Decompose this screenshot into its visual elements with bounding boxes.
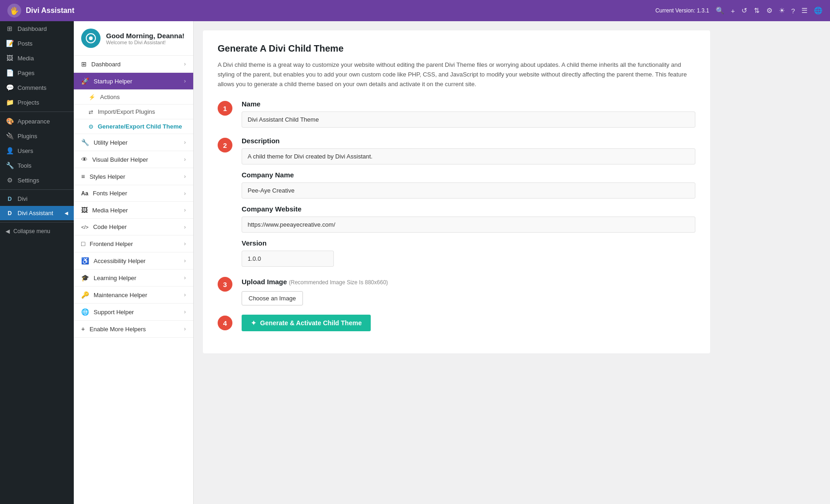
- plugin-menu-maintenance-helper[interactable]: 🔑 Maintenance Helper ›: [74, 287, 193, 304]
- sidebar-item-label: Dashboard: [18, 25, 47, 32]
- sidebar-item-settings[interactable]: ⚙ Settings: [0, 173, 74, 188]
- theme-icon[interactable]: ☀: [779, 6, 785, 15]
- divi-assistant-icon: D: [6, 210, 14, 217]
- version-label: Current Version: 1.3.1: [655, 7, 709, 14]
- sidebar-item-dashboard[interactable]: ⊞ Dashboard: [0, 21, 74, 36]
- help-icon[interactable]: ?: [791, 7, 795, 15]
- company-name-input[interactable]: [242, 182, 695, 199]
- sort-icon[interactable]: ⇅: [754, 6, 760, 15]
- choose-image-button[interactable]: Choose an Image: [242, 291, 303, 305]
- search-icon[interactable]: 🔍: [716, 6, 724, 15]
- divi-icon: D: [6, 196, 14, 202]
- menu-label: Support Helper: [94, 309, 134, 316]
- plugin-menu-visual-builder[interactable]: 👁 Visual Builder Helper ›: [74, 151, 193, 168]
- plugin-menu-enable-more[interactable]: + Enable More Helpers ›: [74, 321, 193, 338]
- top-right: Current Version: 1.3.1 🔍 + ↺ ⇅ ⚙ ☀ ? ☰ 🌐: [655, 6, 823, 15]
- sidebar-item-label: Projects: [18, 99, 39, 106]
- plugin-submenu-import-export[interactable]: ⇄ Import/Export Plugins: [74, 105, 193, 119]
- chevron-icon: ›: [184, 156, 186, 163]
- sidebar-item-media[interactable]: 🖼 Media: [0, 51, 74, 65]
- page-title: Generate A Divi Child Theme: [218, 43, 695, 54]
- menu-label: Startup Helper: [94, 78, 132, 85]
- version-label: Version: [242, 239, 695, 247]
- generate-section: ✦ Generate & Activate Child Theme: [242, 315, 695, 331]
- appearance-icon: 🎨: [6, 117, 14, 125]
- media-icon: 🖼: [81, 206, 88, 214]
- plugin-menu-media-helper[interactable]: 🖼 Media Helper ›: [74, 202, 193, 219]
- submenu-label: Import/Export Plugins: [98, 108, 155, 115]
- chevron-icon: ›: [184, 207, 186, 213]
- brand: 🖐 Divi Assistant: [7, 4, 74, 18]
- globe-icon[interactable]: 🌐: [814, 6, 823, 15]
- name-label: Name: [242, 100, 695, 108]
- sidebar-item-tools[interactable]: 🔧 Tools: [0, 158, 74, 173]
- plugin-menu-frontend-helper[interactable]: □ Frontend Helper ›: [74, 235, 193, 252]
- sidebar-item-label: Divi: [18, 195, 28, 202]
- plugin-menu-accessibility-helper[interactable]: ♿ Accessibility Helper ›: [74, 252, 193, 270]
- menu-label: Styles Helper: [89, 173, 125, 180]
- sidebar-item-posts[interactable]: 📝 Posts: [0, 36, 74, 51]
- sidebar-item-appearance[interactable]: 🎨 Appearance: [0, 114, 74, 129]
- sidebar-item-projects[interactable]: 📁 Projects: [0, 95, 74, 110]
- sidebar-item-label: Settings: [18, 177, 39, 184]
- choose-image-label: Choose an Image: [249, 295, 296, 302]
- support-icon: 🌐: [81, 308, 89, 316]
- plugin-menu-code-helper[interactable]: </> Code Helper ›: [74, 219, 193, 235]
- settings-icon: ⚙: [6, 176, 14, 184]
- plugin-menu-utility-helper[interactable]: 🔧 Utility Helper ›: [74, 134, 193, 151]
- sidebar-item-label: Divi Assistant: [18, 210, 53, 217]
- plugin-menu-dashboard[interactable]: ⊞ Dashboard ›: [74, 56, 193, 73]
- collapse-menu[interactable]: ◀ Collapse menu: [0, 224, 74, 238]
- plugin-menu-startup-helper[interactable]: 🚀 Startup Helper ›: [74, 73, 193, 90]
- sidebar-item-label: Comments: [18, 84, 47, 91]
- sidebar-item-plugins[interactable]: 🔌 Plugins: [0, 129, 74, 143]
- plugin-menu-styles-helper[interactable]: ≡ Styles Helper ›: [74, 168, 193, 185]
- sidebar-item-users[interactable]: 👤 Users: [0, 143, 74, 158]
- upload-sublabel: (Recommended Image Size Is 880x660): [289, 279, 388, 286]
- brand-icon: 🖐: [7, 4, 21, 18]
- posts-icon: 📝: [6, 40, 14, 47]
- sidebar-item-comments[interactable]: 💬 Comments: [0, 80, 74, 95]
- accessibility-icon: ♿: [81, 257, 89, 264]
- name-section: Name: [242, 100, 695, 128]
- generate-icon: ✦: [251, 319, 256, 327]
- version-input[interactable]: [242, 251, 334, 267]
- sidebar-item-divi[interactable]: D Divi: [0, 192, 74, 206]
- sidebar-item-divi-assistant[interactable]: D Divi Assistant ◀: [0, 206, 74, 220]
- form-row-upload: 3 Upload Image (Recommended Image Size I…: [218, 276, 695, 305]
- grid-icon[interactable]: ☰: [801, 6, 807, 15]
- description-input[interactable]: [242, 148, 695, 164]
- sidebar-item-label: Plugins: [18, 133, 37, 140]
- chevron-icon: ›: [184, 240, 186, 247]
- menu-label: Enable More Helpers: [89, 326, 146, 333]
- chevron-icon: ›: [184, 224, 186, 230]
- chevron-icon: ›: [184, 309, 186, 315]
- active-indicator: ◀: [65, 211, 68, 216]
- brand-name: Divi Assistant: [26, 6, 74, 15]
- plugin-menu-fonts-helper[interactable]: Aa Fonts Helper ›: [74, 185, 193, 202]
- plugin-menu-support-helper[interactable]: 🌐 Support Helper ›: [74, 304, 193, 321]
- submenu-label: Actions: [100, 94, 120, 100]
- form-row-generate: 4 ✦ Generate & Activate Child Theme: [218, 315, 695, 331]
- tools-icon: 🔧: [6, 162, 14, 169]
- top-bar: 🖐 Divi Assistant Current Version: 1.3.1 …: [0, 0, 830, 21]
- undo-icon[interactable]: ↺: [741, 6, 747, 15]
- plugin-submenu-actions[interactable]: ⚡ Actions: [74, 90, 193, 105]
- welcome-text: Welcome to Divi Assistant!: [106, 40, 184, 45]
- add-icon[interactable]: +: [731, 7, 735, 15]
- menu-label: Frontend Helper: [89, 240, 133, 247]
- company-website-input[interactable]: [242, 217, 695, 233]
- generate-activate-button[interactable]: ✦ Generate & Activate Child Theme: [242, 315, 371, 331]
- maintenance-icon: 🔑: [81, 291, 89, 299]
- plugin-menu-learning-helper[interactable]: 🎓 Learning Helper ›: [74, 270, 193, 287]
- users-icon: 👤: [6, 147, 14, 154]
- sidebar-item-pages[interactable]: 📄 Pages: [0, 65, 74, 80]
- add-icon: +: [81, 325, 85, 333]
- description-section: Description Company Name Company Website…: [242, 137, 695, 267]
- settings-icon[interactable]: ⚙: [766, 6, 772, 15]
- plugin-submenu-generate-child[interactable]: ⊙ Generate/Export Child Theme: [74, 119, 193, 134]
- name-input[interactable]: [242, 111, 695, 128]
- sidebar-item-label: Pages: [18, 70, 35, 76]
- menu-label: Code Helper: [93, 223, 127, 230]
- step-4-badge: 4: [218, 316, 232, 330]
